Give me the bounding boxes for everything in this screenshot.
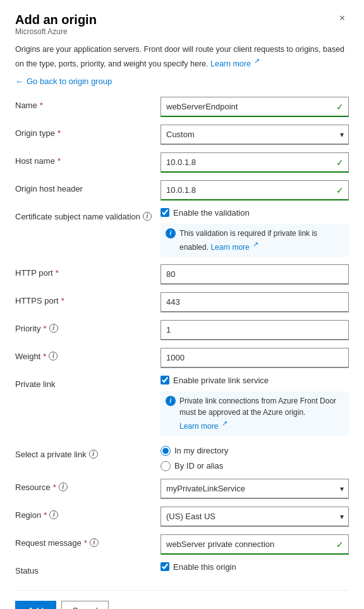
host-name-input-wrapper: ✓ [161,152,349,173]
host-name-input[interactable] [161,152,349,173]
resource-select[interactable]: myPrivateLinkService [161,479,349,499]
private-link-checkbox-row: Enable private link service [161,376,349,385]
weight-control [161,348,349,368]
origin-host-header-valid-icon: ✓ [336,185,344,195]
private-link-radio-group: In my directory By ID or alias [161,446,349,471]
https-port-label: HTTPS port * [15,292,161,305]
panel-header: Add an origin Microsoft Azure × [15,13,349,42]
region-select[interactable]: (US) East US [161,507,349,527]
select-private-link-label: Select a private link i [15,446,161,459]
external-link-icon: ↗ [254,57,260,65]
radio-in-my-directory[interactable] [161,446,171,456]
origin-host-header-row: Origin host header ✓ [15,180,349,200]
status-checkbox-row: Enable this origin [161,562,349,572]
region-info-icon[interactable]: i [49,510,58,519]
status-checkbox-label: Enable this origin [173,562,236,572]
name-input[interactable] [161,97,349,117]
resource-select-wrapper: myPrivateLinkService ▾ [161,479,349,499]
priority-required: * [43,324,46,333]
cert-validation-checkbox[interactable] [161,208,169,217]
host-name-required: * [58,156,61,166]
back-to-origin-group-link[interactable]: ← Go back to origin group [15,77,349,87]
cert-validation-checkbox-label: Enable the validation [173,208,250,218]
status-label: Status [15,562,161,575]
resource-info-icon[interactable]: i [59,483,68,491]
http-port-label: HTTP port * [15,264,161,278]
weight-info-icon[interactable]: i [49,352,58,360]
name-label: Name * [15,97,161,110]
region-row: Region * i (US) East US ▾ [15,507,349,527]
http-port-input[interactable] [161,264,349,285]
origin-type-select-wrapper: Custom ▾ [161,125,349,145]
request-message-valid-icon: ✓ [336,539,344,550]
private-link-label: Private link [15,376,161,389]
host-name-row: Host name * ✓ [15,152,349,173]
weight-input[interactable] [161,348,349,368]
status-control: Enable this origin [161,562,349,575]
status-checkbox[interactable] [161,562,169,571]
cert-validation-info-box: i This validation is required if private… [161,224,349,257]
cert-validation-info-icon[interactable]: i [143,212,152,221]
origin-type-select[interactable]: Custom [161,125,349,145]
status-row: Status Enable this origin [15,562,349,582]
origin-host-header-input-wrapper: ✓ [161,180,349,200]
origin-type-required: * [58,128,61,138]
https-port-input[interactable] [161,292,349,312]
region-control: (US) East US ▾ [161,507,349,527]
cert-validation-checkbox-row: Enable the validation [161,208,349,218]
description-learn-more-link[interactable]: Learn more ↗ [210,59,260,68]
origin-type-row: Origin type * Custom ▾ [15,125,349,145]
radio-by-id-or-alias-row: By ID or alias [161,461,349,471]
cert-validation-row: Certificate subject name validation i En… [15,208,349,257]
radio-in-my-directory-row: In my directory [161,446,349,456]
request-message-input[interactable] [161,534,349,555]
region-required: * [44,510,47,520]
radio-in-my-directory-label: In my directory [174,446,228,455]
add-origin-panel: Add an origin Microsoft Azure × Origins … [0,0,364,609]
add-button[interactable]: Add [15,601,56,609]
private-link-info-text: Private link connections from Azure Fron… [179,395,344,432]
request-message-info-icon[interactable]: i [90,538,99,547]
radio-by-id-or-alias[interactable] [161,461,171,471]
header-titles: Add an origin Microsoft Azure [15,13,97,42]
cert-validation-label: Certificate subject name validation i [15,208,161,221]
cancel-button[interactable]: Cancel [61,601,108,609]
origin-host-header-input[interactable] [161,180,349,200]
resource-label: Resource * i [15,479,161,492]
name-input-wrapper: ✓ [161,97,349,117]
origin-type-control: Custom ▾ [161,125,349,145]
panel-description: Origins are your application servers. Fr… [15,44,349,70]
http-port-control [161,264,349,285]
cert-learn-more-external-icon: ↗ [253,240,258,248]
select-private-link-control: In my directory By ID or alias [161,446,349,471]
priority-input[interactable] [161,320,349,340]
name-required: * [40,101,43,110]
origin-type-label: Origin type * [15,125,161,138]
private-link-row: Private link Enable private link service… [15,376,349,436]
private-link-checkbox[interactable] [161,376,169,384]
select-private-link-info-icon[interactable]: i [89,450,98,458]
private-link-info-circle-icon: i [166,396,176,406]
http-port-row: HTTP port * [15,264,349,285]
close-button[interactable]: × [336,11,349,25]
http-port-required: * [56,268,59,278]
resource-control: myPrivateLinkService ▾ [161,479,349,499]
private-link-learn-more-link[interactable]: Learn more ↗ [179,422,228,431]
host-name-valid-icon: ✓ [336,157,344,168]
weight-row: Weight * i [15,348,349,368]
priority-info-icon[interactable]: i [49,324,58,333]
weight-label: Weight * i [15,348,161,361]
name-valid-icon: ✓ [336,102,344,112]
cert-validation-learn-more-link[interactable]: Learn more ↗ [210,243,258,252]
priority-row: Priority * i [15,320,349,340]
panel-title: Add an origin [15,13,97,27]
cert-validation-info-text: This validation is required if private l… [179,228,344,253]
radio-by-id-or-alias-label: By ID or alias [174,461,223,471]
private-link-checkbox-label: Enable private link service [173,376,269,385]
request-message-label: Request message * i [15,534,161,548]
priority-label: Priority * i [15,320,161,333]
weight-required: * [43,352,46,361]
request-message-input-wrapper: ✓ [161,534,349,555]
private-link-info-box: i Private link connections from Azure Fr… [161,391,349,436]
select-private-link-row: Select a private link i In my directory … [15,446,349,471]
